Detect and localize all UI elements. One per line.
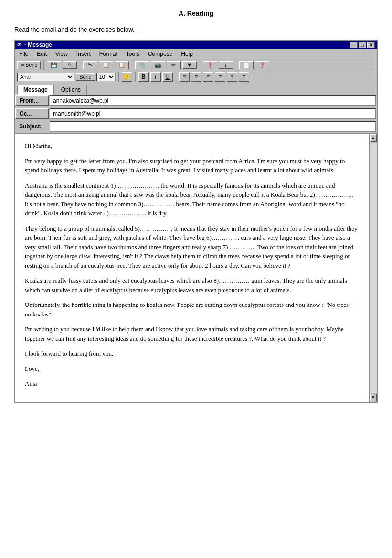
signature: Ania [25,379,360,389]
print-button[interactable]: 🖨 [63,61,77,69]
title-bar: ✉ - Message — □ ✕ [15,41,377,49]
toolbar-separator-2 [80,60,80,70]
doc-button[interactable]: 📄 [239,61,254,69]
menu-insert[interactable]: Insert [74,50,93,58]
bullets-button[interactable]: ≡ [215,72,225,82]
menu-bar: File Edit View Insert Format Tools Compo… [15,49,377,59]
toolbar-separator-4 [200,60,200,70]
paragraph-3: They belong to a group of mammals, calle… [25,224,360,271]
format-separator-3 [176,72,176,82]
menu-help[interactable]: Help [179,50,195,58]
priority-low-button[interactable]: ↓ [219,61,233,69]
paragraph-5: Unfortunately, the horrible thing is hap… [25,300,360,319]
close-button[interactable]: ✕ [367,42,375,48]
instruction: Read the email and do the exercises belo… [14,26,378,33]
save-button[interactable]: 💾 [47,61,61,69]
align-center-button[interactable]: ≡ [191,72,201,82]
scroll-down-button[interactable]: ▼ [370,394,377,401]
subject-row: Subject: [15,120,377,133]
paragraph-6: I'm writing to you because I 'd like to … [25,325,360,343]
greeting: Hi Martha, [25,141,360,151]
subject-value[interactable] [50,121,376,132]
align-left-button[interactable]: ≡ [179,72,190,82]
bold-button[interactable]: B [138,72,149,82]
email-body-wrapper: Hi Martha, I'm very happy to get the let… [15,133,377,402]
from-value: annakowalska@wp.pl [50,95,376,106]
format-bar: Arial Send 10 🙂 B I U ≡ ≡ ≡ ≡ ≡ ≡ [15,71,377,83]
closing: Love, [25,364,360,374]
email-icon: ✉ [17,42,21,48]
indent-more-button[interactable]: ≡ [239,72,249,82]
dropdown-button[interactable]: ▼ [182,61,197,69]
menu-compose[interactable]: Compose [146,50,174,58]
align-right-button[interactable]: ≡ [203,72,213,82]
menu-file[interactable]: File [17,50,30,58]
scroll-up-button[interactable]: ▲ [370,134,377,142]
copy-button[interactable]: 📋 [99,61,113,69]
size-select[interactable]: 10 [96,73,116,81]
priority-high-button[interactable]: ❗ [203,61,217,69]
send-button[interactable]: ⇦ Send [17,61,41,69]
font-select[interactable]: Arial [17,73,74,81]
from-row: From... annakowalska@wp.pl [15,95,377,107]
underline-button[interactable]: U [162,72,173,82]
menu-tools[interactable]: Tools [124,50,141,58]
send-arrow-icon: ⇦ [20,62,24,68]
maximize-button[interactable]: □ [359,42,366,48]
pen-button[interactable]: ✏ [167,61,181,69]
help-button[interactable]: ❓ [255,61,269,69]
tabs-row: Message Options [15,83,377,95]
scrollbar: ▲ ▼ [369,134,377,402]
cc-value: martusmith@wp.pl [50,108,376,119]
format-separator-1 [118,72,119,82]
paragraph-2: Australia is the smallest continent 1)……… [25,181,360,218]
menu-format[interactable]: Format [97,50,119,58]
page-title: A. Reading [14,10,378,17]
italic-button[interactable]: I [150,72,161,82]
toolbar-separator-1 [43,60,44,70]
format-separator-2 [135,72,136,82]
toolbar-separator-3 [132,60,132,70]
toolbar: ⇦ Send 💾 🖨 ✂ 📋 📋 📎 📷 ✏ ▼ ❗ ↓ 📄 ❓ [15,59,377,71]
email-body: Hi Martha, I'm very happy to get the let… [15,134,369,402]
toolbar-separator-5 [236,60,236,70]
subject-label: Subject: [15,122,49,131]
scroll-track [370,143,377,393]
cc-label[interactable]: Cc... [15,108,49,119]
cc-row: Cc... martusmith@wp.pl [15,107,377,120]
from-label[interactable]: From... [15,95,49,106]
signature-button[interactable]: 📷 [151,61,165,69]
cut-button[interactable]: ✂ [83,61,97,69]
send-mini-label: Send [76,73,95,81]
attach-button[interactable]: 📎 [135,61,149,69]
paragraph-7: I look forward to hearing from you. [25,349,360,358]
paragraph-4: Koalas are really fussy eaters and only … [25,276,360,295]
window-title: - Message [24,42,52,48]
tab-message[interactable]: Message [17,85,54,95]
paragraph-1: I'm very happy to get the letter from yo… [25,157,360,175]
email-window: ✉ - Message — □ ✕ File Edit View Insert … [14,40,378,403]
indent-less-button[interactable]: ≡ [227,72,237,82]
smiley-button[interactable]: 🙂 [122,72,132,82]
tab-options[interactable]: Options [55,85,87,95]
menu-view[interactable]: View [53,50,70,58]
minimize-button[interactable]: — [350,42,358,48]
paste-button[interactable]: 📋 [115,61,129,69]
menu-edit[interactable]: Edit [35,50,49,58]
header-fields: From... annakowalska@wp.pl Cc... martusm… [15,95,377,133]
